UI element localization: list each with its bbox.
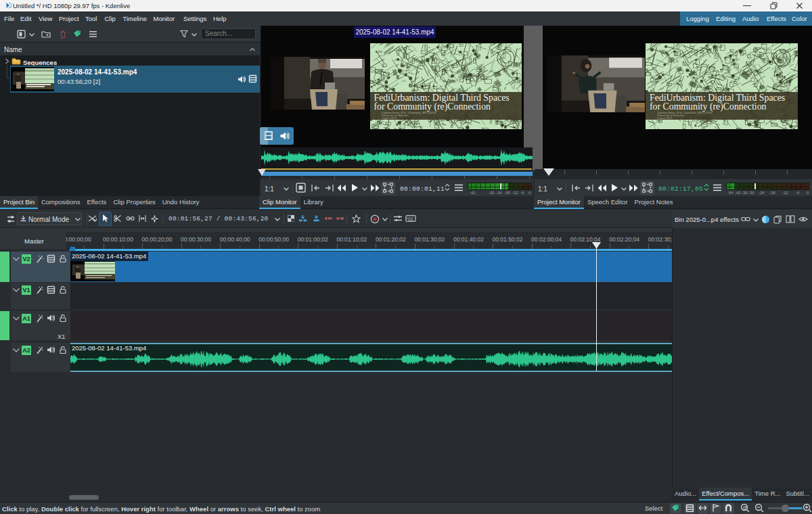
svg-text:@: @ [742, 505, 747, 510]
